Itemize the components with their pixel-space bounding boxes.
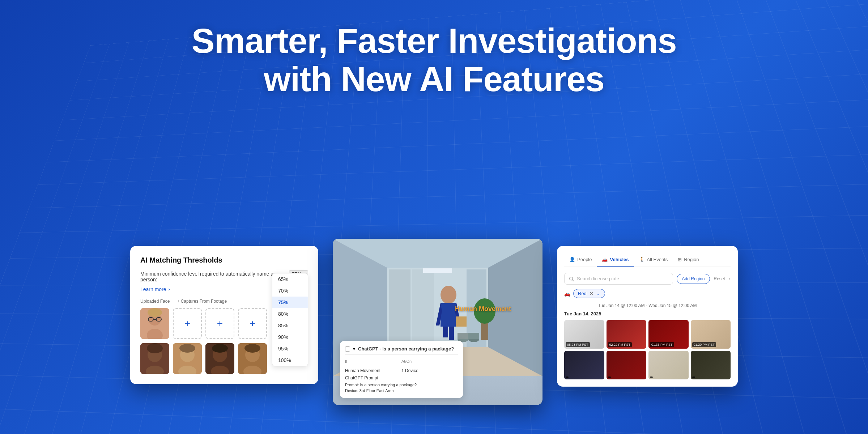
dialog-chevron-icon: ▾ [353, 346, 355, 352]
date-section-header: Tue Jan 14, 2025 [564, 311, 731, 316]
region-icon: ⊞ [678, 257, 682, 262]
chatgpt-dialog: ▾ ChatGPT - Is a person carrying a packa… [340, 341, 463, 398]
uploaded-face-label: Uploaded Face [140, 299, 170, 304]
tabs-row: 👤 People 🚗 Vehicles 🚶 All Events ⊞ Regio… [564, 253, 731, 267]
svg-rect-38 [456, 316, 467, 327]
tab-vehicles[interactable]: 🚗 Vehicles [597, 253, 634, 267]
thumbnail-3[interactable]: 01:36 PM PST [648, 320, 689, 349]
dialog-row-1: Human Movement 1 Device [345, 368, 458, 373]
dropdown-option-85[interactable]: 85% [272, 320, 308, 331]
prompt-value: Is a person carrying a package? [360, 383, 417, 387]
video-card: Human Movement ▾ ChatGPT - Is a person c… [333, 239, 542, 405]
arrow-right-icon: › [169, 287, 170, 292]
face-placeholder-1[interactable]: + [173, 308, 202, 339]
thumbnail-5[interactable] [564, 351, 604, 379]
confidence-dropdown[interactable]: 65% 70% 75% 80% 85% 90% 95% 100% [272, 273, 308, 366]
face-avatar-5 [238, 343, 267, 374]
device-label: Device: [345, 388, 358, 393]
learn-more-link[interactable]: Learn more › [140, 286, 170, 292]
svg-rect-33 [441, 303, 456, 327]
filter-row: 🚗 Red ✕ ⌄ [564, 289, 731, 298]
thumbnail-1[interactable]: 05:23 PM PST [564, 320, 604, 349]
svg-point-32 [441, 286, 456, 304]
dropdown-option-100[interactable]: 100% [272, 354, 308, 366]
svg-point-14 [179, 344, 195, 353]
prompt-label: Prompt: [345, 383, 359, 387]
tab-people[interactable]: 👤 People [564, 253, 597, 267]
svg-point-18 [212, 344, 228, 353]
search-input-wrap[interactable]: Search license plate [564, 273, 673, 285]
face-placeholder-3[interactable]: + [238, 308, 267, 339]
thumbnail-4[interactable]: 01:20 PM PST [691, 320, 731, 349]
face-avatar-3 [173, 343, 202, 374]
svg-rect-37 [449, 327, 454, 340]
face-placeholder-2[interactable]: + [205, 308, 234, 339]
thumbnail-2[interactable]: 02:22 PM PST [607, 320, 647, 349]
hero-title-section: Smarter, Faster Investigations with New … [0, 22, 868, 98]
dialog-chatgpt-prompt: ChatGPT Prompt [345, 375, 401, 380]
svg-rect-31 [423, 268, 452, 273]
filter-dropdown-icon[interactable]: ⌄ [596, 291, 600, 296]
reset-button[interactable]: Reset [714, 276, 725, 281]
search-row: Search license plate Add Region Reset › [564, 273, 731, 285]
face-1-svg [140, 308, 169, 339]
human-movement-label: Human Movement [455, 305, 511, 313]
svg-point-45 [570, 277, 573, 280]
dialog-table-header: If At/On [345, 359, 458, 365]
thumbnail-6[interactable] [607, 351, 647, 379]
dropdown-option-65[interactable]: 65% [272, 273, 308, 285]
face-2-svg [140, 343, 169, 374]
confidence-label: Minimum confidence level required to aut… [140, 271, 287, 282]
dropdown-option-70[interactable]: 70% [272, 285, 308, 297]
tab-vehicles-label: Vehicles [610, 257, 629, 262]
dropdown-option-80[interactable]: 80% [272, 308, 308, 320]
dropdown-option-90[interactable]: 90% [272, 331, 308, 343]
tab-region[interactable]: ⊞ Region [673, 253, 704, 267]
tab-people-label: People [577, 257, 592, 262]
thumbnail-8[interactable] [691, 351, 731, 379]
svg-point-10 [147, 343, 163, 353]
svg-rect-28 [389, 269, 410, 347]
svg-point-6 [148, 308, 162, 317]
learn-more-text: Learn more [140, 286, 166, 292]
dropdown-option-75[interactable]: 75% [272, 297, 308, 308]
face-3-svg [173, 343, 202, 374]
dialog-row2-aton [401, 375, 458, 380]
thumb-time-4: 01:20 PM PST [692, 342, 716, 347]
thumb-time-2: 02:22 PM PST [608, 342, 632, 347]
thumbnails-grid: 05:23 PM PST 02:22 PM PST 01:36 PM PST 0… [564, 320, 731, 379]
face-4-svg [205, 343, 234, 374]
dialog-checkbox[interactable] [345, 346, 350, 352]
tab-all-events[interactable]: 🚶 All Events [634, 253, 673, 267]
add-region-button[interactable]: Add Region [677, 274, 710, 284]
face-avatar-2 [140, 343, 169, 374]
title-line2: with New AI Features [264, 60, 604, 98]
dialog-prompt-detail: Prompt: Is a person carrying a package? [345, 383, 458, 387]
face-avatar-4 [205, 343, 234, 374]
svg-line-46 [573, 280, 574, 281]
right-arrow-icon[interactable]: › [729, 276, 731, 282]
thumb-time-8 [692, 376, 695, 378]
tab-region-label: Region [684, 257, 699, 262]
tab-all-events-label: All Events [647, 257, 668, 262]
color-filter-badge: Red ✕ ⌄ [573, 289, 605, 298]
thumbnail-7[interactable] [648, 351, 689, 379]
svg-point-22 [244, 344, 260, 353]
filter-color-label: Red [578, 291, 587, 296]
filter-remove-button[interactable]: ✕ [590, 291, 593, 296]
device-value: 3rd Floor East Area [359, 388, 394, 393]
thumb-time-1: 05:23 PM PST [566, 342, 590, 347]
svg-rect-44 [468, 333, 479, 339]
thumb-time-3: 01:36 PM PST [650, 342, 674, 347]
captures-label: + Captures From Footage [177, 299, 227, 304]
dropdown-option-95[interactable]: 95% [272, 343, 308, 354]
thumb-time-6 [608, 376, 611, 378]
dialog-if-col: If [345, 359, 401, 363]
dialog-row-2: ChatGPT Prompt [345, 375, 458, 380]
svg-rect-29 [412, 269, 434, 347]
dialog-human-movement: Human Movement [345, 368, 401, 373]
dialog-aton-col: At/On [401, 359, 458, 363]
dialog-header: ▾ ChatGPT - Is a person carrying a packa… [345, 346, 458, 355]
cards-container: AI Matching Thresholds Minimum confidenc… [0, 239, 868, 405]
uploaded-face-avatar [140, 308, 169, 339]
